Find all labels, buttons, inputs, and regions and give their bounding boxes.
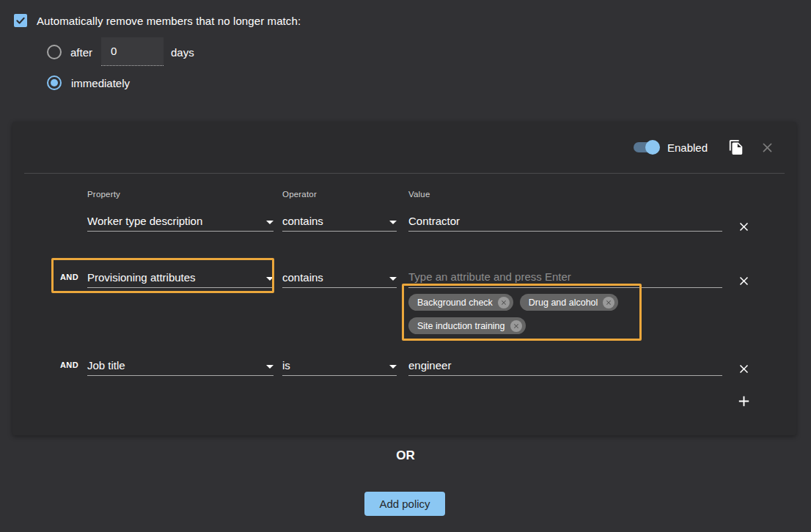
property-select-row1[interactable]: Worker type description	[87, 211, 274, 232]
chip-site-induction-training: Site induction training	[408, 317, 526, 334]
column-header-property: Property	[87, 190, 120, 199]
chip-remove-x-icon	[500, 299, 507, 306]
property-select-row2[interactable]: Provisioning attributes	[87, 267, 274, 288]
value-text: engineer	[408, 359, 451, 372]
days-input[interactable]	[101, 37, 164, 66]
chip-label: Background check	[417, 298, 493, 308]
value-input-row3[interactable]: engineer	[408, 355, 722, 376]
chip-label: Drug and alcohol	[529, 298, 598, 308]
operator-select-value: is	[282, 359, 290, 372]
days-label: days	[171, 46, 194, 59]
property-select-value: Job title	[87, 359, 125, 372]
policy-header: Enabled	[12, 122, 775, 173]
enabled-toggle[interactable]	[634, 142, 658, 152]
chip-remove-x-icon	[605, 299, 612, 306]
chip-remove-button[interactable]	[498, 297, 510, 309]
after-label: after	[70, 46, 92, 59]
auto-remove-label: Automatically remove members that no lon…	[37, 15, 301, 27]
copy-policy-button[interactable]	[728, 139, 744, 155]
header-divider	[24, 173, 785, 174]
chip-remove-x-icon	[513, 322, 520, 330]
chevron-down-icon	[266, 277, 274, 281]
close-policy-button[interactable]	[760, 140, 775, 155]
enabled-label: Enabled	[667, 141, 708, 154]
operator-select-row2[interactable]: contains	[282, 267, 397, 288]
radio-dot-icon	[51, 79, 58, 86]
chevron-down-icon	[266, 365, 274, 369]
or-separator-label: OR	[0, 448, 811, 463]
auto-remove-checkbox[interactable]	[14, 14, 27, 27]
value-text: Contractor	[408, 215, 460, 227]
attribute-chips: Background check Drug and alcohol Site i…	[408, 294, 658, 334]
chevron-down-icon	[389, 277, 397, 281]
and-conjunction-row3: AND	[60, 361, 78, 369]
add-policy-button[interactable]: Add policy	[364, 492, 445, 516]
check-icon	[15, 15, 26, 26]
immediately-radio[interactable]	[47, 75, 62, 90]
chevron-down-icon	[266, 221, 274, 224]
after-radio[interactable]	[47, 45, 62, 59]
operator-select-value: contains	[282, 271, 323, 284]
delete-condition-button-row2[interactable]	[735, 272, 752, 289]
delete-x-icon	[737, 220, 751, 234]
plus-icon	[735, 393, 752, 410]
delete-condition-button-row1[interactable]	[735, 218, 752, 235]
delete-x-icon	[737, 362, 751, 376]
chip-background-check: Background check	[408, 294, 513, 311]
delete-x-icon	[737, 274, 751, 288]
column-header-operator: Operator	[282, 190, 317, 199]
chevron-down-icon	[389, 365, 397, 369]
column-header-value: Value	[408, 190, 430, 199]
property-select-value: Worker type description	[87, 215, 202, 227]
operator-select-row1[interactable]: contains	[282, 211, 397, 232]
chevron-down-icon	[389, 221, 397, 224]
chip-remove-button[interactable]	[510, 320, 522, 332]
operator-select-value: contains	[282, 215, 323, 227]
add-condition-button[interactable]	[735, 392, 752, 410]
attribute-input-row2[interactable]	[408, 267, 722, 288]
close-icon	[760, 140, 775, 155]
chip-drug-and-alcohol: Drug and alcohol	[520, 294, 619, 311]
chip-remove-button[interactable]	[603, 297, 614, 309]
property-select-row3[interactable]: Job title	[87, 355, 274, 376]
chip-label: Site induction training	[417, 321, 505, 331]
value-input-row1[interactable]: Contractor	[408, 211, 722, 232]
property-select-value: Provisioning attributes	[87, 271, 196, 284]
copy-icon	[728, 139, 744, 155]
and-conjunction-row2: AND	[60, 273, 78, 281]
policy-card: Enabled Property Operator Value Worker t…	[12, 122, 796, 435]
toggle-knob-icon	[645, 140, 660, 155]
operator-select-row3[interactable]: is	[282, 355, 397, 376]
immediately-label: immediately	[71, 77, 130, 89]
auto-remove-setting: Automatically remove members that no lon…	[14, 14, 301, 27]
delete-condition-button-row3[interactable]	[735, 360, 752, 377]
